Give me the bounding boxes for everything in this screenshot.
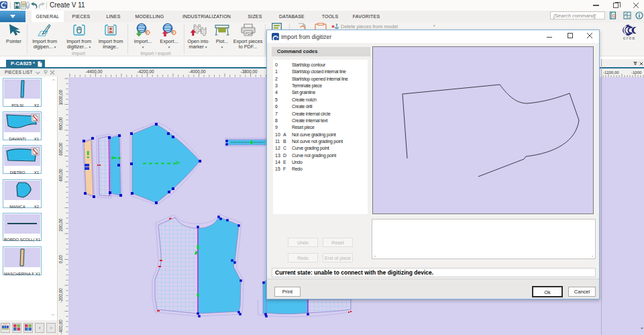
- svg-text:1000,00: 1000,00: [58, 89, 63, 105]
- svg-text:0,00: 0,00: [58, 254, 63, 263]
- svg-text:600,00: 600,00: [58, 142, 63, 156]
- svg-text:400,00: 400,00: [58, 169, 63, 182]
- svg-text:800,00: 800,00: [58, 117, 63, 130]
- svg-text:200,00: 200,00: [58, 218, 63, 232]
- svg-text:-3800,00: -3800,00: [241, 69, 258, 74]
- svg-text:G: G: [612, 13, 616, 18]
- svg-text:-4400,00: -4400,00: [86, 69, 103, 74]
- svg-text:PDF: PDF: [245, 32, 253, 36]
- svg-text:-400,00: -400,00: [58, 320, 63, 334]
- svg-text:-4000,00: -4000,00: [189, 69, 206, 74]
- svg-text:-4200,00: -4200,00: [138, 69, 154, 74]
- svg-text:-200,00: -200,00: [58, 288, 63, 303]
